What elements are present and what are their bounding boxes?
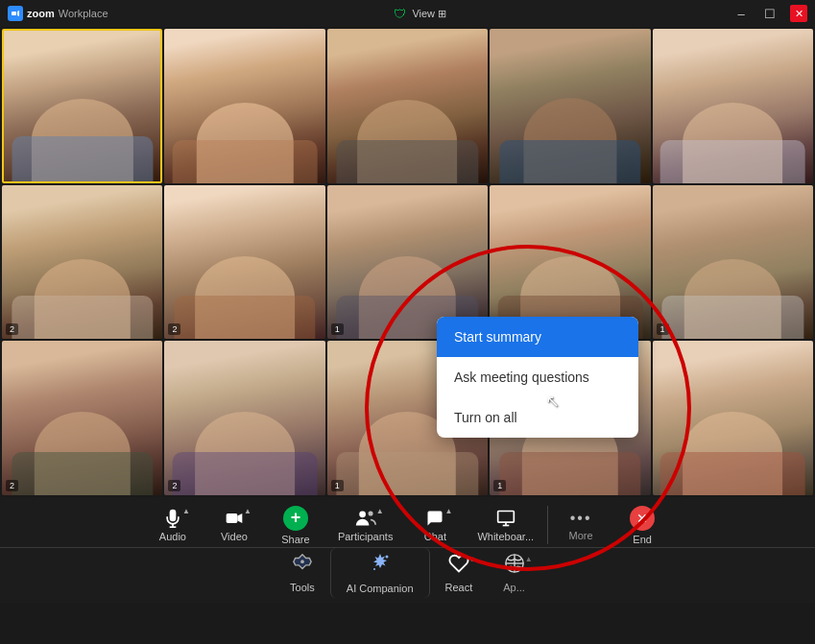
chat-label: Chat: [424, 531, 446, 542]
react-icon: ▲: [448, 553, 469, 580]
participant-face-12: 2: [164, 341, 324, 495]
toolbar-video[interactable]: ▲ Video: [205, 505, 263, 546]
chat-icon: ▲: [425, 509, 444, 528]
end-label: End: [633, 534, 652, 545]
audio-icon: ▲: [163, 509, 182, 528]
tools-label: Tools: [290, 582, 315, 593]
participants-caret: ▲: [376, 507, 384, 515]
minimize-button[interactable]: –: [732, 5, 750, 22]
participant-face-1: [4, 31, 160, 181]
participant-num-12: 2: [168, 480, 180, 491]
toolbar-more[interactable]: ••• More: [552, 506, 610, 545]
apps-label: Ap...: [503, 582, 525, 593]
end-icon: ✕: [630, 506, 655, 531]
participant-face-6: 2: [2, 185, 162, 340]
participant-video-1: [2, 29, 162, 183]
titlebar-right: – ☐ ✕: [732, 5, 807, 22]
context-menu: Start summary Ask meeting questions Turn…: [437, 317, 638, 438]
view-label: View: [412, 8, 435, 19]
participant-video-2: [164, 29, 324, 183]
toolbar2-tools[interactable]: Tools: [275, 549, 330, 597]
participant-num-8: 1: [331, 323, 344, 335]
participant-video-4: [490, 29, 650, 183]
svg-point-11: [300, 560, 304, 563]
toolbar2-react[interactable]: ▲ React: [430, 549, 489, 597]
more-label: More: [569, 530, 593, 541]
toolbar: ▲ Audio ▲ Video + Share: [0, 497, 815, 603]
menu-item-ask-questions-label: Ask meeting questions: [454, 370, 589, 385]
view-button[interactable]: View ⊞: [412, 8, 446, 20]
menu-item-ask-questions[interactable]: Ask meeting questions: [437, 357, 638, 397]
video-label: Video: [221, 531, 248, 542]
titlebar-left: zoom Workplace: [8, 6, 108, 21]
svg-point-12: [385, 555, 388, 558]
participant-video-5: [653, 29, 813, 183]
participant-num-11: 2: [6, 480, 18, 491]
participant-face-2: [164, 29, 324, 183]
participant-num-6: 2: [6, 323, 18, 335]
participant-video-6: 2: [2, 185, 162, 340]
video-icon: ▲: [225, 509, 244, 528]
tools-icon: [292, 553, 313, 580]
participant-face-15: [653, 341, 813, 495]
participant-face-4: [490, 29, 650, 183]
toolbar-whiteboard[interactable]: Whiteboar...: [467, 505, 543, 546]
participant-video-11: 2: [2, 341, 162, 495]
toolbar-separator: [547, 506, 548, 544]
svg-rect-4: [227, 513, 238, 523]
participant-face-10: 1: [653, 185, 813, 340]
zoom-logo-icon: [8, 6, 23, 21]
share-label: Share: [281, 534, 309, 545]
close-button[interactable]: ✕: [790, 5, 807, 22]
titlebar-center: 🛡 View ⊞: [394, 7, 446, 21]
more-icon: •••: [570, 510, 592, 527]
toolbar-audio[interactable]: ▲ Audio: [144, 505, 202, 546]
audio-label: Audio: [159, 531, 186, 542]
audio-caret: ▲: [182, 507, 190, 515]
title-bar: zoom Workplace 🛡 View ⊞ – ☐ ✕: [0, 0, 815, 27]
participants-icon: ▲: [355, 509, 376, 528]
svg-point-7: [368, 511, 372, 515]
grid-icon: ⊞: [438, 8, 446, 20]
toolbar-chat[interactable]: ▲ Chat: [406, 505, 464, 546]
toolbar-row2: Tools AI Companion ▲ React: [0, 547, 815, 603]
zoom-logo: zoom Workplace: [8, 6, 108, 21]
toolbar2-ai-companion[interactable]: AI Companion: [330, 548, 430, 598]
participant-num-13: 1: [331, 480, 344, 491]
menu-item-start-summary[interactable]: Start summary: [437, 317, 638, 357]
restore-button[interactable]: ☐: [761, 5, 779, 22]
whiteboard-label: Whiteboar...: [477, 531, 534, 542]
react-label: React: [445, 582, 473, 593]
chat-caret: ▲: [444, 507, 452, 515]
participant-num-14: 1: [493, 480, 506, 491]
whiteboard-icon: [496, 509, 515, 528]
participant-video-10: 1: [653, 185, 813, 340]
participants-label: Participants: [338, 531, 393, 542]
share-icon: +: [283, 506, 308, 531]
video-grid: 2 2 1 1 1 2: [0, 27, 815, 497]
menu-item-turn-on-all-label: Turn on all: [454, 410, 517, 425]
participant-video-12: 2: [164, 341, 324, 495]
toolbar-participants[interactable]: ▲ Participants: [328, 505, 402, 546]
svg-point-13: [373, 568, 375, 570]
toolbar-row1: ▲ Audio ▲ Video + Share: [0, 497, 815, 547]
toolbar-share[interactable]: + Share: [267, 502, 324, 549]
video-caret: ▲: [244, 507, 252, 515]
participant-face-3: [327, 29, 488, 183]
participant-video-15: [653, 341, 813, 495]
svg-marker-5: [237, 513, 242, 523]
participant-video-7: 2: [164, 185, 324, 340]
participant-face-5: [653, 29, 813, 183]
menu-item-turn-on-all[interactable]: Turn on all: [437, 397, 638, 438]
toolbar-end[interactable]: ✕ End: [613, 502, 671, 549]
participant-num-7: 2: [168, 323, 180, 335]
ai-companion-icon: [369, 552, 392, 581]
participant-num-10: 1: [657, 323, 669, 335]
participant-face-7: 2: [164, 185, 324, 340]
participant-face-11: 2: [2, 341, 162, 495]
participant-video-3: [327, 29, 488, 183]
ai-companion-label: AI Companion: [347, 583, 414, 594]
svg-rect-8: [497, 511, 514, 522]
menu-item-start-summary-label: Start summary: [454, 329, 541, 345]
toolbar2-apps[interactable]: ▲ Ap...: [488, 549, 540, 597]
